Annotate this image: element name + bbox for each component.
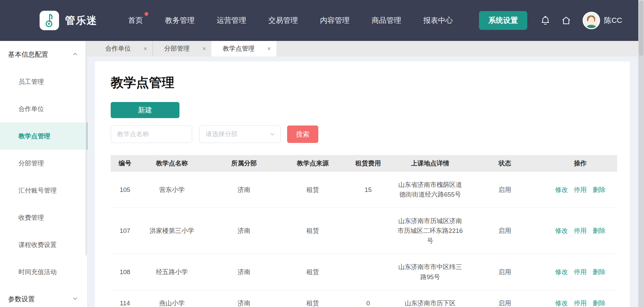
column-header: 所属分部	[205, 158, 283, 168]
column-header: 教学点名称	[139, 158, 205, 168]
user-avatar[interactable]	[583, 12, 600, 29]
sidebar-item[interactable]: 员工管理	[0, 68, 87, 95]
tab[interactable]: 教学点管理×	[211, 41, 276, 56]
table-row: 114燕山小学济南租赁0山东济南市历下区启用修改停用删除	[111, 290, 617, 307]
disable-action[interactable]: 停用	[574, 268, 587, 275]
nav-item[interactable]: 商品管理	[372, 15, 401, 25]
sidebar-item[interactable]: 收费管理	[0, 204, 87, 231]
edit-action[interactable]: 修改	[555, 227, 568, 234]
column-header: 操作	[543, 158, 617, 168]
table-row: 108经五路小学济南租赁山东济南市市中区纬三路95号启用修改停用删除	[111, 254, 617, 290]
search-toolbar: 请选择分部 搜索	[111, 125, 614, 143]
edit-action[interactable]: 修改	[555, 186, 568, 193]
search-button[interactable]: 搜索	[287, 125, 318, 143]
cell-id: 107	[111, 226, 139, 236]
home-icon[interactable]	[561, 15, 571, 25]
address-text: 山东济南市历城区济南市历城区二环东路2216号	[395, 216, 465, 246]
app-title: 管乐迷	[65, 14, 97, 28]
disable-action[interactable]: 停用	[574, 227, 587, 234]
tab[interactable]: 分部管理×	[153, 41, 212, 56]
column-header: 状态	[466, 158, 543, 168]
tab-close-icon[interactable]: ×	[267, 45, 271, 52]
page-scrollbar[interactable]	[638, 0, 644, 307]
sidebar-scrollbar[interactable]	[86, 41, 87, 256]
column-header: 编号	[111, 158, 139, 168]
bell-icon[interactable]	[540, 15, 550, 25]
nav-item[interactable]: 交易管理	[268, 15, 298, 25]
branch-select[interactable]: 请选择分部	[199, 125, 281, 143]
cell-id: 108	[111, 267, 139, 277]
cell-address: 山东济南市市中区纬三路95号	[394, 262, 466, 282]
delete-action[interactable]: 删除	[593, 268, 605, 275]
cell-id: 114	[111, 298, 139, 307]
address-text: 山东省济南市槐荫区道德街街道经六路655号	[395, 180, 465, 200]
disable-action[interactable]: 停用	[574, 186, 587, 193]
sidebar-group[interactable]: 基本信息配置	[0, 41, 87, 68]
column-header: 租赁费用	[342, 158, 394, 168]
tab-close-icon[interactable]: ×	[203, 45, 206, 52]
cell-address: 山东省济南市槐荫区道德街街道经六路655号	[394, 180, 466, 200]
sidebar-item[interactable]: 时间充值活动	[0, 258, 87, 286]
cell-fee: 15	[342, 185, 394, 195]
table-body: 105营东小学济南租赁15山东省济南市槐荫区道德街街道经六路655号启用修改停用…	[111, 172, 617, 307]
sidebar-item[interactable]: 教学点管理	[0, 122, 87, 150]
nav-settings-button[interactable]: 系统设置	[479, 11, 527, 30]
cell-id: 105	[111, 185, 139, 195]
content-card: 教学点管理 新建 请选择分部 搜索 编号教学点名称所属分部教学点来源租赁费用上课…	[95, 61, 630, 307]
sidebar-item[interactable]: 课程收费设置	[0, 231, 87, 258]
cell-name: 洪家楼第三小学	[139, 226, 205, 236]
cell-fee: 0	[342, 298, 394, 307]
sidebar-group-label: 参数设置	[8, 295, 35, 304]
cell-source: 租赁	[283, 185, 342, 195]
cell-status: 启用	[466, 298, 543, 307]
delete-action[interactable]: 删除	[593, 186, 605, 193]
row-actions: 修改停用删除	[543, 267, 617, 277]
disable-action[interactable]: 停用	[574, 300, 587, 307]
cell-source: 租赁	[283, 267, 342, 277]
cell-address: 山东济南市历下区	[394, 298, 466, 307]
edit-action[interactable]: 修改	[555, 300, 568, 307]
address-text: 山东济南市市中区纬三路95号	[395, 262, 465, 282]
main-content: 教学点管理 新建 请选择分部 搜索 编号教学点名称所属分部教学点来源租赁费用上课…	[88, 56, 638, 307]
nav-item[interactable]: 首页	[128, 15, 143, 25]
edit-action[interactable]: 修改	[555, 268, 568, 275]
username-label[interactable]: 陈CC	[604, 15, 622, 25]
cell-branch: 济南	[205, 267, 283, 277]
sidebar: 基本信息配置员工管理合作单位教学点管理分部管理汇付账号管理收费管理课程收费设置时…	[0, 41, 88, 307]
table-row: 105营东小学济南租赁15山东省济南市槐荫区道德街街道经六路655号启用修改停用…	[111, 172, 617, 208]
nav-item[interactable]: 教务管理	[165, 15, 195, 25]
delete-action[interactable]: 删除	[593, 227, 605, 234]
table-header-row: 编号教学点名称所属分部教学点来源租赁费用上课地点详情状态操作	[111, 155, 617, 172]
tab-close-icon[interactable]: ×	[144, 45, 147, 52]
cell-name: 营东小学	[139, 185, 205, 195]
row-actions: 修改停用删除	[543, 298, 617, 307]
delete-action[interactable]: 删除	[593, 300, 605, 307]
chevron-down-icon	[72, 295, 78, 303]
sidebar-item[interactable]: 合作单位	[0, 95, 87, 122]
page-title: 教学点管理	[111, 74, 614, 91]
cell-address: 山东济南市历城区济南市历城区二环东路2216号	[394, 216, 466, 246]
open-tabs-bar: 合作单位×分部管理×教学点管理×	[88, 41, 638, 56]
sidebar-group[interactable]: 参数设置	[0, 286, 87, 307]
sidebar-item[interactable]: 汇付账号管理	[0, 177, 87, 204]
row-actions: 修改停用删除	[543, 185, 617, 195]
column-header: 上课地点详情	[394, 158, 466, 168]
cell-status: 启用	[466, 267, 543, 277]
main-nav: 首页教务管理运营管理交易管理内容管理商品管理报表中心	[128, 15, 475, 25]
nav-item[interactable]: 内容管理	[320, 15, 350, 25]
page-scrollbar-thumb[interactable]	[639, 1, 643, 56]
address-text: 山东济南市历下区	[405, 298, 456, 307]
nav-item[interactable]: 报表中心	[423, 15, 453, 25]
tab-label: 教学点管理	[223, 44, 255, 53]
nav-item[interactable]: 运营管理	[217, 15, 246, 25]
column-header: 教学点来源	[283, 158, 342, 168]
notification-dot	[145, 12, 148, 16]
app-logo[interactable]: 管乐迷	[40, 11, 97, 30]
tab[interactable]: 合作单位×	[94, 41, 153, 56]
sidebar-item[interactable]: 分部管理	[0, 150, 87, 177]
site-name-input[interactable]	[111, 125, 192, 143]
new-button[interactable]: 新建	[111, 102, 179, 118]
sites-table: 编号教学点名称所属分部教学点来源租赁费用上课地点详情状态操作 105营东小学济南…	[111, 155, 617, 307]
cell-source: 租赁	[283, 226, 342, 236]
cell-branch: 济南	[205, 226, 283, 236]
